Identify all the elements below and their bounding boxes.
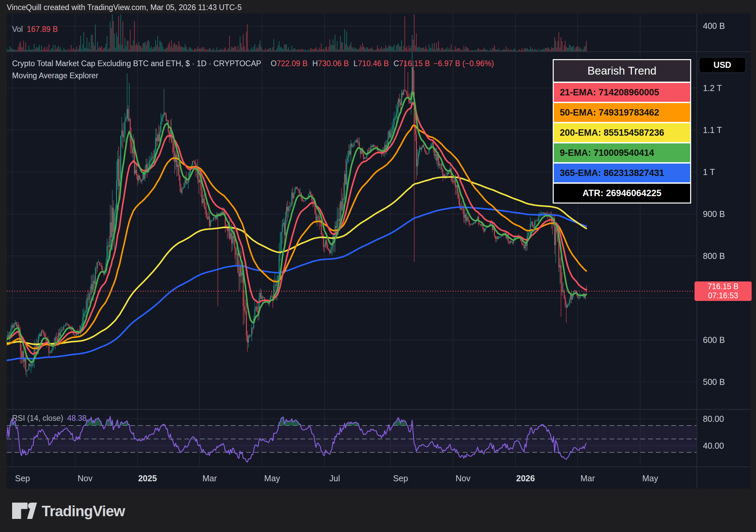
ohlc-values: O722.09 BH730.06 BL710.46 BC716.15 B [266,59,430,68]
legend-row-50-ema: 50-EMA: 749319783462 [554,103,690,122]
price-axis-tick: 1.1 T [703,125,722,135]
volume-label: Vol [12,25,23,34]
time-axis-label-sep: Sep [393,474,408,483]
ohlc-h: H730.06 B [312,59,349,68]
legend-row-9-ema: 9-EMA: 710009540414 [554,143,690,162]
volume-value: 167.89 B [27,25,58,34]
countdown-timer: 07:16:53 [708,291,738,300]
time-axis-border [7,467,751,467]
time-axis-label-nov: Nov [456,474,470,483]
pane-separator-volume-price[interactable] [7,51,751,52]
time-axis-label-nov: Nov [78,474,92,483]
pane-separator-price-rsi[interactable] [7,409,751,410]
legend-row-atr: ATR: 26946064225 [554,184,690,203]
legend-row-21-ema: 21-EMA: 714208960005 [554,83,690,102]
volume-indicator-label[interactable]: Vol167.89 B [12,25,58,34]
time-axis-label-mar: Mar [202,474,217,483]
ohlc-c: C716.15 B [393,59,430,68]
volume-axis-tick: 400 B [703,21,725,31]
price-axis-tick: 500 B [703,377,725,387]
rsi-axis-tick: 80.00 [703,414,724,424]
time-axis-label-sep: Sep [15,474,30,483]
rsi-axis-tick: 40.00 [703,441,724,451]
tradingview-logo[interactable]: TradingView [12,502,125,521]
last-price-value: 716.15 B [708,282,739,291]
indicator-title-ma-explorer[interactable]: Moving Average Explorer [12,71,98,80]
price-axis-tick: 800 B [703,251,725,261]
legend-row-200-ema: 200-EMA: 855154587236 [554,123,690,142]
time-axis-label-jul: Jul [329,474,340,483]
time-axis-label-2025: 2025 [138,474,157,483]
symbol-header[interactable]: Crypto Total Market Cap Excluding BTC an… [12,59,494,68]
tradingview-logo-icon [12,502,37,521]
time-axis-label-2026: 2026 [516,474,535,483]
time-axis-label-mar: Mar [581,474,595,483]
currency-toggle-button[interactable]: USD [699,57,746,73]
watermark-caption: VinceQuill created with TradingView.com,… [7,2,749,13]
trend-status-label: Bearish Trend [554,60,690,82]
ema-legend-panel: Bearish Trend 21-EMA: 71420896000550-EMA… [553,59,691,204]
price-axis-tick: 900 B [703,209,725,219]
rsi-indicator-label[interactable]: RSI (14, close)48.38 [12,414,87,423]
time-axis-label-may: May [264,474,280,483]
change-value: −6.97 B (−0.96%) [433,59,494,68]
rsi-label: RSI (14, close) [12,414,63,423]
rsi-value: 48.38 [67,414,87,423]
ohlc-l: L710.46 B [353,59,389,68]
price-axis-border [697,13,697,489]
ohlc-o: O722.09 B [270,59,307,68]
price-axis-tick: 600 B [703,335,725,345]
price-axis-tick: 1.2 T [703,83,722,93]
chart-container[interactable]: Crypto Total Market Cap Excluding BTC an… [7,13,751,489]
tradingview-logo-text: TradingView [42,503,125,520]
price-axis-tick: 1 T [703,167,715,177]
time-axis-label-may: May [642,474,658,483]
symbol-title: Crypto Total Market Cap Excluding BTC an… [12,59,261,68]
legend-row-365-ema: 365-EMA: 862313827431 [554,164,690,182]
last-price-badge: 716.15 B 07:16:53 [695,281,752,301]
